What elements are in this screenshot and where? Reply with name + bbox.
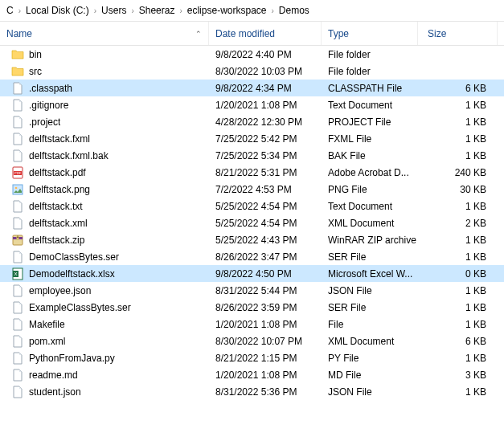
file-type: CLASSPATH File (322, 83, 418, 94)
file-name: delftstack.pdf (29, 167, 86, 178)
chevron-right-icon: › (94, 6, 96, 15)
file-type: XML Document (322, 336, 418, 347)
file-size: 0 KB (418, 268, 498, 280)
breadcrumb-segment[interactable]: Demos (279, 5, 309, 16)
table-row[interactable]: .classpath9/8/2022 4:34 PMCLASSPATH File… (0, 80, 504, 96)
svg-point-4 (15, 186, 18, 189)
file-type: File folder (322, 49, 418, 60)
header-size[interactable]: Size (418, 22, 498, 45)
file-date: 8/21/2022 1:15 PM (209, 353, 322, 364)
file-date: 1/20/2021 1:08 PM (209, 319, 322, 330)
file-size: 240 KB (418, 167, 498, 178)
file-date: 8/30/2022 10:03 PM (209, 66, 322, 77)
file-type: PROJECT File (322, 116, 418, 128)
table-row[interactable]: .gitignore1/20/2021 1:08 PMText Document… (0, 96, 504, 113)
header-type[interactable]: Type (322, 22, 418, 45)
header-date[interactable]: Date modified (209, 22, 322, 45)
chevron-right-icon: › (18, 6, 21, 15)
column-headers: Name ⌃ Date modified Type Size (0, 22, 504, 46)
file-date: 8/30/2022 10:07 PM (209, 336, 322, 347)
file-icon (11, 200, 24, 213)
file-name: delftstack.txt (29, 201, 83, 212)
pdf-icon: PDF (11, 166, 24, 179)
file-date: 8/21/2022 5:31 PM (209, 167, 322, 178)
table-row[interactable]: src8/30/2022 10:03 PMFile folder (0, 63, 504, 80)
breadcrumb-segment[interactable]: eclipse-workspace (187, 5, 267, 16)
file-name: .project (29, 116, 60, 128)
table-row[interactable]: Delftstack.png7/2/2022 4:53 PMPNG File30… (0, 181, 504, 198)
file-date: 1/20/2021 1:08 PM (209, 369, 322, 381)
table-row[interactable]: ExampleClassBytes.ser8/26/2022 3:59 PMSE… (0, 299, 504, 316)
header-name[interactable]: Name ⌃ (0, 22, 209, 45)
file-date: 7/25/2022 5:42 PM (209, 133, 322, 145)
file-name: bin (29, 49, 42, 60)
file-name: delftstack.zip (29, 235, 84, 246)
file-type: SER File (322, 251, 418, 263)
table-row[interactable]: delftstack.zip5/25/2022 4:43 PMWinRAR ZI… (0, 231, 504, 248)
file-size: 1 KB (418, 100, 498, 111)
svg-text:PDF: PDF (14, 171, 22, 175)
table-row[interactable]: student.json8/31/2022 5:36 PMJSON File1 … (0, 383, 504, 400)
file-name: DemoClassBytes.ser (29, 251, 119, 263)
file-date: 7/25/2022 5:34 PM (209, 150, 322, 161)
folder-icon (11, 65, 24, 78)
svg-rect-9 (17, 237, 18, 238)
table-row[interactable]: delftstack.xml5/25/2022 4:54 PMXML Docum… (0, 214, 504, 231)
file-date: 7/2/2022 4:53 PM (209, 184, 322, 195)
file-type: JSON File (322, 386, 418, 398)
file-icon (11, 99, 24, 112)
file-name: pom.xml (29, 336, 65, 347)
file-icon (11, 301, 24, 314)
file-size: 6 KB (418, 83, 498, 94)
breadcrumb-segment[interactable]: Sheeraz (139, 5, 175, 16)
file-size: 1 KB (418, 319, 498, 330)
file-type: BAK File (322, 150, 418, 161)
file-name: PythonFromJava.py (29, 353, 115, 364)
file-type: PY File (322, 353, 418, 364)
breadcrumb-segment[interactable]: Users (101, 5, 126, 16)
table-row[interactable]: delftstack.fxml7/25/2022 5:42 PMFXML Fil… (0, 130, 504, 147)
table-row[interactable]: pom.xml8/30/2022 10:07 PMXML Document6 K… (0, 333, 504, 349)
table-row[interactable]: .project4/28/2022 12:30 PMPROJECT File1 … (0, 113, 504, 130)
file-icon (11, 217, 24, 230)
table-row[interactable]: employee.json8/31/2022 5:44 PMJSON File1… (0, 282, 504, 299)
header-date-label: Date modified (215, 28, 275, 39)
svg-text:X: X (14, 271, 17, 276)
table-row[interactable]: readme.md1/20/2021 1:08 PMMD File3 KB (0, 366, 504, 383)
breadcrumb-segment[interactable]: Local Disk (C:) (26, 5, 89, 16)
file-date: 5/25/2022 4:43 PM (209, 235, 322, 246)
file-size: 1 KB (418, 302, 498, 313)
table-row[interactable]: Makefile1/20/2021 1:08 PMFile1 KB (0, 316, 504, 333)
file-name: delftstack.xml (29, 218, 88, 229)
file-type: Microsoft Excel W... (322, 268, 418, 280)
header-type-label: Type (328, 28, 349, 39)
file-size: 1 KB (418, 201, 498, 212)
file-date: 1/20/2021 1:08 PM (209, 100, 322, 111)
file-date: 4/28/2022 12:30 PM (209, 116, 322, 128)
file-size: 2 KB (418, 218, 498, 229)
table-row[interactable]: PythonFromJava.py8/21/2022 1:15 PMPY Fil… (0, 349, 504, 366)
table-row[interactable]: XDemodelftstack.xlsx9/8/2022 4:50 PMMicr… (0, 265, 504, 282)
chevron-right-icon: › (272, 6, 274, 15)
breadcrumb[interactable]: C›Local Disk (C:)›Users›Sheeraz›eclipse-… (0, 0, 504, 22)
header-size-label: Size (428, 28, 446, 39)
table-row[interactable]: bin9/8/2022 4:40 PMFile folder (0, 46, 504, 63)
file-name: Demodelftstack.xlsx (29, 268, 115, 280)
table-row[interactable]: PDFdelftstack.pdf8/21/2022 5:31 PMAdobe … (0, 164, 504, 181)
file-type: Text Document (322, 201, 418, 212)
table-row[interactable]: DemoClassBytes.ser8/26/2022 3:47 PMSER F… (0, 248, 504, 265)
file-type: SER File (322, 302, 418, 313)
file-size: 6 KB (418, 336, 498, 347)
file-icon (11, 251, 24, 263)
file-size: 1 KB (418, 386, 498, 398)
file-icon (11, 284, 24, 297)
file-size: 1 KB (418, 285, 498, 296)
table-row[interactable]: delftstack.fxml.bak7/25/2022 5:34 PMBAK … (0, 147, 504, 164)
file-date: 5/25/2022 4:54 PM (209, 201, 322, 212)
file-list: bin9/8/2022 4:40 PMFile foldersrc8/30/20… (0, 46, 504, 400)
file-date: 8/26/2022 3:47 PM (209, 251, 322, 263)
breadcrumb-segment[interactable]: C (6, 5, 14, 16)
table-row[interactable]: delftstack.txt5/25/2022 4:54 PMText Docu… (0, 198, 504, 214)
file-type: Adobe Acrobat D... (322, 167, 418, 178)
file-size: 1 KB (418, 150, 498, 161)
